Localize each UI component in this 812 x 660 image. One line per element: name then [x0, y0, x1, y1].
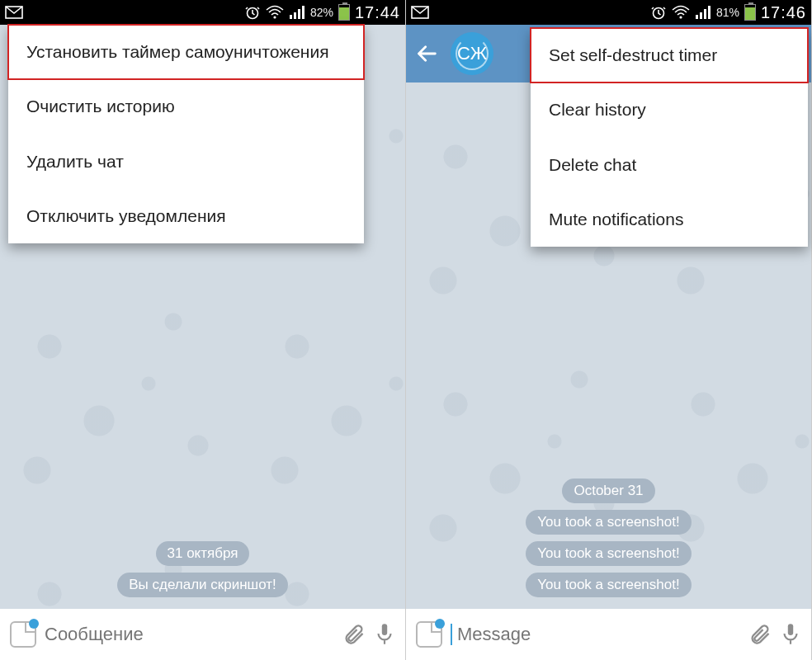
status-clock: 17:44 [355, 3, 400, 22]
menu-clear-history[interactable]: Clear history [531, 82, 808, 137]
svg-rect-4 [294, 12, 296, 19]
svg-rect-3 [290, 15, 292, 19]
svg-rect-5 [298, 9, 300, 19]
signal-icon [695, 5, 711, 20]
svg-rect-13 [704, 9, 706, 19]
phone-left: 82% 17:44 Установить таймер самоуничтоже… [0, 0, 406, 660]
svg-point-2 [273, 16, 276, 18]
svg-point-10 [679, 16, 682, 18]
sticker-icon[interactable] [10, 621, 36, 648]
svg-rect-15 [788, 624, 793, 635]
back-icon[interactable] [416, 42, 439, 65]
status-bar: 81% 17:46 [406, 0, 811, 25]
avatar[interactable]: СЖ [451, 32, 493, 75]
system-message-pill: You took a screenshot! [526, 541, 691, 566]
menu-mute-notifications[interactable]: Mute notifications [531, 192, 808, 247]
system-message-pill: Вы сделали скриншот! [117, 573, 288, 597]
status-bar: 82% 17:44 [0, 0, 405, 25]
menu-clear-history[interactable]: Очистить историю [8, 79, 364, 134]
attach-icon[interactable] [748, 623, 772, 646]
mic-icon[interactable] [374, 622, 395, 647]
date-pill: October 31 [562, 478, 654, 503]
message-input-bar [406, 609, 811, 660]
svg-rect-12 [700, 12, 702, 19]
svg-rect-7 [382, 624, 387, 635]
options-menu: Установить таймер самоуничтожения Очисти… [8, 25, 364, 243]
mail-icon [411, 6, 429, 19]
alarm-icon [244, 4, 261, 21]
menu-set-self-destruct[interactable]: Set self-destruct timer [531, 28, 808, 82]
mail-icon [5, 6, 23, 19]
battery-percent: 81% [716, 6, 739, 19]
wifi-icon [266, 5, 284, 20]
system-message-pill: You took a screenshot! [526, 573, 691, 597]
message-input-bar [0, 609, 405, 660]
alarm-icon [650, 4, 667, 21]
phone-right: 81% 17:46 СЖ Set self-destruct timer Cle… [406, 0, 812, 660]
svg-rect-6 [302, 6, 304, 19]
svg-rect-11 [696, 15, 698, 19]
battery-percent: 82% [310, 6, 333, 19]
wifi-icon [672, 5, 690, 20]
battery-icon [338, 4, 350, 21]
attach-icon[interactable] [342, 623, 366, 646]
mic-icon[interactable] [780, 622, 801, 647]
sticker-icon[interactable] [416, 621, 442, 648]
menu-mute-notifications[interactable]: Отключить уведомления [8, 189, 364, 243]
svg-rect-14 [708, 6, 710, 19]
signal-icon [289, 5, 305, 20]
message-input[interactable] [45, 624, 334, 645]
system-message-pill: You took a screenshot! [526, 510, 691, 535]
message-input[interactable] [451, 624, 740, 645]
menu-set-self-destruct[interactable]: Установить таймер самоуничтожения [8, 25, 364, 79]
options-menu: Set self-destruct timer Clear history De… [531, 28, 808, 247]
menu-delete-chat[interactable]: Удалить чат [8, 134, 364, 189]
date-pill: 31 октября [156, 541, 250, 566]
menu-delete-chat[interactable]: Delete chat [531, 138, 808, 192]
status-clock: 17:46 [761, 3, 806, 22]
battery-icon [744, 4, 756, 21]
